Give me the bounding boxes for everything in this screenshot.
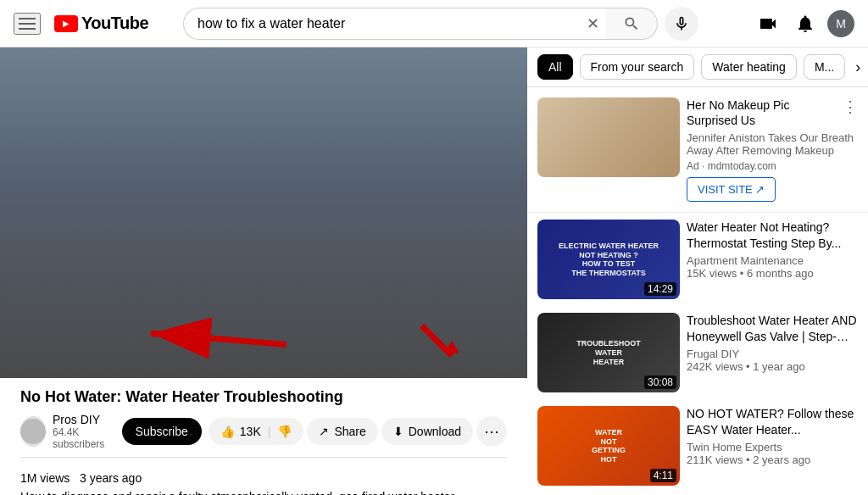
card-info-0: Water Heater Not Heating? Thermostat Tes…: [687, 220, 858, 299]
video-scene: John Wood: [0, 47, 527, 378]
sidebar-video-card[interactable]: TROUBLESHOOT WATER HEATER 30:08 Troubles…: [527, 306, 868, 399]
video-thumbnail-2: WATER NOT GETTING HOT 4:11: [537, 406, 680, 486]
ad-info: Her No Makeup Pic Surprised Us ⋮ Jennife…: [687, 97, 858, 202]
card-meta-1: 242K views • 1 year ago: [687, 360, 858, 373]
video-info: No Hot Water: Water Heater Troubleshooti…: [0, 378, 527, 495]
card-title-0: Water Heater Not Heating? Thermostat Tes…: [687, 220, 858, 250]
thumbs-down-icon: 👎: [277, 425, 292, 438]
menu-button[interactable]: [14, 13, 41, 35]
download-label: Download: [409, 425, 461, 438]
ad-info-header: Her No Makeup Pic Surprised Us ⋮: [687, 97, 858, 128]
bell-icon: [795, 14, 815, 34]
search-bar: ✕: [183, 8, 658, 40]
share-label: Share: [334, 425, 365, 438]
card-channel-1: Frugal DIY: [687, 348, 858, 360]
search-input[interactable]: [183, 8, 580, 40]
divider-bar: |: [268, 425, 271, 438]
youtube-text: YouTube: [81, 14, 148, 33]
create-button[interactable]: [753, 8, 783, 39]
download-icon: ⬇: [393, 425, 403, 438]
video-duration-2: 4:11: [650, 469, 676, 482]
view-count: 1M views: [20, 471, 70, 485]
upload-age: 3 years ago: [80, 471, 142, 485]
more-options-button[interactable]: ⋯: [476, 416, 507, 447]
view-stats: 1M views 3 years ago: [20, 471, 507, 485]
video-player[interactable]: John Wood: [0, 47, 527, 378]
create-icon: [758, 14, 778, 34]
card-channel-2: Twin Home Experts: [687, 441, 858, 453]
avatar[interactable]: M: [827, 10, 854, 37]
channel-details: Pros DIY 64.4K subscribers: [53, 413, 115, 450]
share-icon: ↗: [319, 425, 329, 438]
youtube-logo[interactable]: YouTube: [54, 14, 148, 33]
card-title-2: NO HOT WATER? Follow these EASY Water He…: [687, 406, 858, 437]
video-description: How to diagnose and repair a faulty atmo…: [20, 488, 507, 495]
channel-avatar[interactable]: [20, 416, 46, 447]
header: YouTube ✕ M: [0, 0, 868, 47]
video-duration-0: 14:29: [644, 282, 676, 296]
like-count: 13K: [240, 425, 261, 438]
ad-label: Ad · mdmtoday.com: [687, 160, 858, 172]
search-clear-button[interactable]: ✕: [580, 8, 606, 40]
video-section: John Wood: [0, 47, 527, 495]
sidebar: All From your search Water heating M... …: [527, 47, 868, 495]
subscribe-button[interactable]: Subscribe: [122, 418, 202, 445]
channel-info: Pros DIY 64.4K subscribers Subscribe: [20, 413, 202, 450]
ad-card: Her No Makeup Pic Surprised Us ⋮ Jennife…: [527, 87, 868, 213]
card-meta-0: 15K views • 6 months ago: [687, 267, 858, 280]
card-meta-2: 211K views • 2 years ago: [687, 453, 858, 466]
microphone-button[interactable]: [665, 7, 698, 41]
header-left: YouTube: [14, 13, 183, 35]
share-button[interactable]: ↗ Share: [307, 418, 377, 445]
channel-name[interactable]: Pros DIY: [53, 413, 115, 426]
ad-thumbnail: [537, 97, 680, 177]
description-text: How to diagnose and repair a faulty atmo…: [20, 490, 457, 495]
like-button[interactable]: 👍 13K | 👎: [209, 418, 304, 445]
filter-more[interactable]: M...: [804, 54, 845, 80]
subscriber-count: 64.4K subscribers: [53, 426, 115, 450]
ad-subtitle: Jennifer Aniston Takes Our Breath Away A…: [687, 131, 858, 157]
search-icon: [623, 15, 640, 32]
filter-from-search[interactable]: From your search: [580, 54, 695, 80]
card-channel-0: Apartment Maintenance: [687, 254, 858, 267]
filter-bar: All From your search Water heating M... …: [527, 47, 868, 87]
filter-next-button[interactable]: ›: [852, 55, 864, 80]
main: John Wood: [0, 47, 868, 495]
divider: [20, 457, 507, 458]
sidebar-video-list: ELECTRIC WATER HEATER NOT HEATING ? HOW …: [527, 213, 868, 495]
mic-icon: [673, 15, 690, 32]
header-center: ✕: [183, 7, 702, 41]
filter-all[interactable]: All: [537, 54, 573, 80]
card-info-2: NO HOT WATER? Follow these EASY Water He…: [687, 406, 858, 486]
ad-title: Her No Makeup Pic Surprised Us: [687, 97, 843, 128]
sidebar-video-card[interactable]: WATER NOT GETTING HOT 4:11 NO HOT WATER?…: [527, 399, 868, 492]
notifications-button[interactable]: [790, 8, 821, 39]
ad-thumbnail-image: [537, 97, 680, 177]
youtube-icon: [54, 15, 78, 32]
video-thumbnail-0: ELECTRIC WATER HEATER NOT HEATING ? HOW …: [537, 220, 680, 299]
search-submit-button[interactable]: [606, 8, 658, 40]
thumbs-up-icon: 👍: [220, 425, 235, 438]
video-actions: Pros DIY 64.4K subscribers Subscribe 👍 1…: [20, 413, 507, 450]
download-button[interactable]: ⬇ Download: [381, 418, 473, 445]
sidebar-video-card[interactable]: ELECTRIC WATER HEATER NOT HEATING ? HOW …: [527, 213, 868, 306]
action-buttons: 👍 13K | 👎 ↗ Share ⬇ Download ⋯: [209, 416, 507, 447]
video-meta: 1M views 3 years ago How to diagnose and…: [20, 464, 507, 495]
card-info-1: Troubleshoot Water Heater AND Honeywell …: [687, 313, 858, 392]
video-thumbnail-1: TROUBLESHOOT WATER HEATER 30:08: [537, 313, 680, 392]
filter-water-heating[interactable]: Water heating: [701, 54, 797, 80]
ad-more-options[interactable]: ⋮: [843, 97, 858, 116]
visit-site-button[interactable]: VISIT SITE ↗: [687, 177, 776, 202]
video-title: No Hot Water: Water Heater Troubleshooti…: [20, 388, 507, 406]
header-right: M: [702, 8, 854, 39]
video-duration-1: 30:08: [644, 375, 676, 389]
card-title-1: Troubleshoot Water Heater AND Honeywell …: [687, 313, 858, 343]
